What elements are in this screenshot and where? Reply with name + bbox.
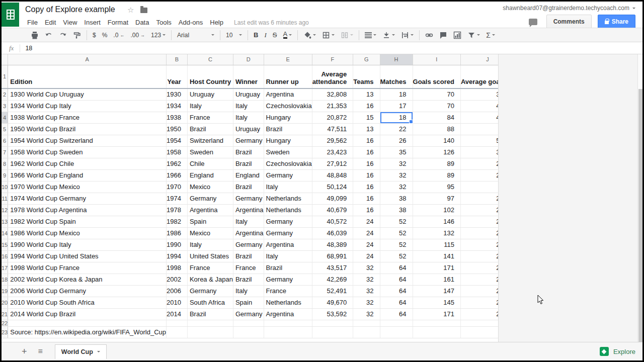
row-header-6[interactable]: 6	[2, 135, 8, 146]
menu-view[interactable]: View	[59, 17, 80, 28]
cell-E18[interactable]: Germany	[264, 274, 312, 285]
cell-D21[interactable]: Germany	[233, 308, 264, 320]
cell-D18[interactable]: Brazil	[233, 274, 264, 285]
italic-button[interactable]: I	[261, 30, 269, 41]
cell-C23[interactable]	[187, 326, 233, 338]
cell-J19[interactable]: 2.3	[460, 285, 498, 297]
cell-G17[interactable]: 32	[353, 262, 380, 274]
cell-E9[interactable]: Germany	[264, 169, 312, 181]
cell-I21[interactable]: 171	[413, 308, 460, 320]
cell-C2[interactable]: Uruguay	[187, 88, 233, 100]
strikethrough-button[interactable]: S	[270, 30, 280, 41]
cell-G18[interactable]: 32	[353, 274, 380, 285]
cell-C7[interactable]: Sweden	[187, 146, 233, 158]
cell-D22[interactable]	[233, 320, 264, 326]
cell-J21[interactable]: 2.7	[460, 308, 498, 320]
cell-B21[interactable]: 2014	[166, 308, 187, 320]
redo-button[interactable]	[56, 30, 70, 41]
cell-C5[interactable]: Brazil	[187, 123, 233, 135]
menu-edit[interactable]: Edit	[41, 17, 59, 28]
cell-H9[interactable]: 32	[380, 169, 413, 181]
cell-C4[interactable]: France	[187, 112, 233, 123]
row-header-14[interactable]: 14	[2, 227, 8, 239]
cell-G22[interactable]	[353, 320, 380, 326]
text-color-button[interactable]: A	[280, 30, 295, 41]
cell-G21[interactable]: 32	[353, 308, 380, 320]
cell-H14[interactable]: 52	[380, 227, 413, 239]
cell-A6[interactable]: 1954 World Cup Switzerland	[8, 135, 167, 146]
more-formats-button[interactable]: 123	[148, 30, 169, 41]
column-header-J[interactable]: J	[460, 54, 498, 65]
font-family-select[interactable]: Arial	[174, 30, 217, 41]
cell-C10[interactable]: Mexico	[187, 181, 233, 193]
filter-button[interactable]	[464, 30, 483, 41]
cell-D7[interactable]: Brazil	[233, 146, 264, 158]
cell-I6[interactable]: 140	[413, 135, 460, 146]
cell-G2[interactable]: 13	[353, 88, 380, 100]
cell-A14[interactable]: 1986 World Cup Mexico	[8, 227, 167, 239]
row-header-10[interactable]: 10	[2, 181, 8, 193]
cell-C20[interactable]: South Africa	[187, 297, 233, 308]
paint-format-button[interactable]	[70, 30, 84, 41]
cell-C17[interactable]: France	[187, 262, 233, 274]
cell-J18[interactable]: 2.5	[460, 274, 498, 285]
cell-F4[interactable]: 20,872	[312, 112, 353, 123]
cell-E21[interactable]: Argentina	[264, 308, 312, 320]
cell-B8[interactable]: 1962	[166, 158, 187, 169]
row-header-1[interactable]: 1	[2, 65, 8, 88]
borders-button[interactable]	[319, 30, 338, 41]
share-button[interactable]: Share	[598, 15, 635, 29]
cell-E16[interactable]: Italy	[264, 250, 312, 262]
cell-H1[interactable]: Matches	[380, 65, 413, 88]
cell-H10[interactable]: 32	[380, 181, 413, 193]
row-header-20[interactable]: 20	[2, 297, 8, 308]
cell-J17[interactable]: 2.7	[460, 262, 498, 274]
cell-F6[interactable]: 29,562	[312, 135, 353, 146]
sheet-tab-world-cup[interactable]: World Cup	[55, 344, 107, 359]
cell-I10[interactable]: 95	[413, 181, 460, 193]
fill-color-button[interactable]	[300, 30, 319, 41]
cell-B23[interactable]	[166, 326, 187, 338]
row-header-11[interactable]: 11	[2, 193, 8, 204]
row-header-15[interactable]: 15	[2, 239, 8, 250]
cell-I9[interactable]: 89	[413, 169, 460, 181]
cell-G3[interactable]: 16	[353, 100, 380, 112]
menu-insert[interactable]: Insert	[80, 17, 104, 28]
cell-H4[interactable]: 18	[380, 112, 413, 123]
cell-F15[interactable]: 48,389	[312, 239, 353, 250]
cell-E13[interactable]: Germany	[264, 216, 312, 227]
cell-A7[interactable]: 1958 World Cup Sweden	[8, 146, 167, 158]
cell-C21[interactable]: Brazil	[187, 308, 233, 320]
cell-D9[interactable]: England	[233, 169, 264, 181]
cell-C9[interactable]: England	[187, 169, 233, 181]
cell-E4[interactable]: Hungary	[264, 112, 312, 123]
cell-I3[interactable]: 70	[413, 100, 460, 112]
row-header-4[interactable]: 4	[2, 112, 8, 123]
cell-B20[interactable]: 2010	[166, 297, 187, 308]
row-header-13[interactable]: 13	[2, 216, 8, 227]
cell-J6[interactable]: 5.4	[460, 135, 498, 146]
cell-A15[interactable]: 1990 World Cup Italy	[8, 239, 167, 250]
add-sheet-button[interactable]: +	[22, 346, 27, 357]
cell-I5[interactable]: 88	[413, 123, 460, 135]
cell-H6[interactable]: 26	[380, 135, 413, 146]
cell-C16[interactable]: United States	[187, 250, 233, 262]
cell-B7[interactable]: 1958	[166, 146, 187, 158]
cell-J8[interactable]: 2.8	[460, 158, 498, 169]
cell-H16[interactable]: 52	[380, 250, 413, 262]
cell-B15[interactable]: 1990	[166, 239, 187, 250]
cell-B9[interactable]: 1966	[166, 169, 187, 181]
cell-J12[interactable]: 2.7	[460, 204, 498, 216]
cell-I18[interactable]: 161	[413, 274, 460, 285]
cell-D8[interactable]: Brazil	[233, 158, 264, 169]
merge-cells-button[interactable]	[338, 30, 356, 41]
cell-G9[interactable]: 16	[353, 169, 380, 181]
cell-F14[interactable]: 46,039	[312, 227, 353, 239]
folder-icon[interactable]	[140, 8, 147, 13]
menu-file[interactable]: File	[24, 17, 41, 28]
cell-E6[interactable]: Hungary	[264, 135, 312, 146]
cell-H7[interactable]: 35	[380, 146, 413, 158]
insert-chart-button[interactable]	[450, 30, 464, 41]
column-header-F[interactable]: F	[312, 54, 353, 65]
cell-C6[interactable]: Switzerland	[187, 135, 233, 146]
